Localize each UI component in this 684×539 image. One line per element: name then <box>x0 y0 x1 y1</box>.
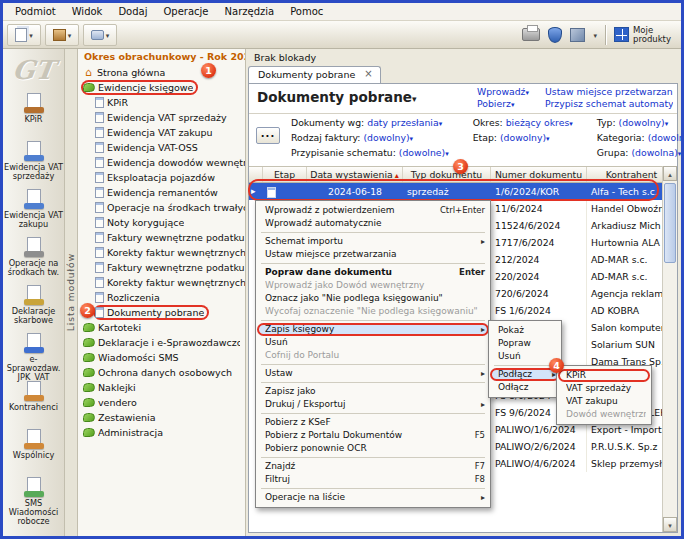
wprowadz-link[interactable]: Wprowadź <box>477 86 529 97</box>
tree-item-faktury-wewnętrzne-podatku-nale[interactable]: Faktury wewnętrzne podatku nale <box>93 230 246 245</box>
tab-dokumenty-pobrane[interactable]: Dokumenty pobrane × <box>248 66 381 83</box>
module-item-e-sprawozdaw-jpk-vat[interactable]: e-Sprawozdaw. JPK_VAT <box>3 331 64 379</box>
menu-item-filtruj[interactable]: FiltrujF8 <box>257 473 489 486</box>
more-filters-button[interactable]: ... <box>256 127 280 144</box>
przypisz-schemat-link[interactable]: Przypisz schemat automatyc <box>545 98 673 109</box>
tree-item-vendero[interactable]: vendero <box>81 395 142 410</box>
scroll-up-button[interactable] <box>663 166 677 181</box>
tree-item-wiadomości-sms[interactable]: Wiadomości SMS <box>81 350 184 365</box>
menu-item-oznacz-jako-nie-podlega-księgowaniu[interactable]: Oznacz jako "Nie podlega księgowaniu" <box>257 292 489 305</box>
my-products-button[interactable]: Moje produkty <box>614 26 675 44</box>
filter-grupa[interactable]: (dowolna) <box>631 147 677 158</box>
filter-rodzaj-faktury[interactable]: (dowolny) <box>363 132 409 143</box>
module-item-deklaracje-skarbowe[interactable]: Deklaracje skarbowe <box>3 283 64 331</box>
accounting-period-selector[interactable]: Okres obrachunkowy - Rok 2024 <box>78 49 245 65</box>
tree-item-administracja[interactable]: Administracja <box>81 425 168 440</box>
scrollbar-thumb[interactable] <box>664 183 676 263</box>
pobierz-link[interactable]: Pobierz <box>477 98 529 109</box>
ustaw-miejsce-link[interactable]: Ustaw miejsce przetwarzania <box>545 86 673 97</box>
tree-item-eksploatacja-pojazdów[interactable]: Eksploatacja pojazdów <box>93 170 220 185</box>
filter-kategoria[interactable]: (dowolna) <box>648 132 684 143</box>
menubar-item-dodaj[interactable]: Dodaj <box>110 4 155 19</box>
vertical-scrollbar[interactable] <box>662 166 677 532</box>
module-item-kpir[interactable]: KPiR <box>3 91 64 139</box>
close-icon[interactable]: × <box>364 69 372 79</box>
column-header-etap[interactable]: Etap <box>263 167 307 182</box>
column-header-data-wystawienia[interactable]: Data wystawienia <box>307 167 403 182</box>
menubar-item-operacje[interactable]: Operacje <box>155 4 216 19</box>
scroll-down-button[interactable] <box>663 517 677 532</box>
menu-item-wprowadź-z-potwierdzeniem[interactable]: Wprowadź z potwierdzeniemCtrl+Enter <box>257 204 489 217</box>
menu-item-pobierz-z-ksef[interactable]: Pobierz z KSeF <box>257 416 489 429</box>
tree-item-ochrona-danych-osobowych[interactable]: Ochrona danych osobowych <box>81 365 237 380</box>
toolbar-button-documents[interactable] <box>7 24 41 46</box>
menu-item-drukuj-eksportuj[interactable]: Drukuj / Eksportuj <box>257 398 489 411</box>
filter-etap[interactable]: (dowolny) <box>500 132 546 143</box>
tree-item-strona-główna[interactable]: Strona główna <box>81 65 170 80</box>
package-icon[interactable] <box>570 28 585 42</box>
submenu-item-popraw[interactable]: Popraw <box>490 337 560 350</box>
shield-icon[interactable] <box>548 27 562 43</box>
menu-item-znajdź[interactable]: ZnajdźF7 <box>257 460 489 473</box>
printer-icon[interactable] <box>522 28 540 41</box>
tree-item-ewidencja-remanentów[interactable]: Ewidencja remanentów <box>93 185 223 200</box>
module-item-ewidencja-vat-sprzedaży[interactable]: Ewidencja VAT sprzedaży <box>3 139 64 187</box>
tree-item-faktury-wewnętrzne-podatku-nali[interactable]: Faktury wewnętrzne podatku nali <box>93 260 246 275</box>
submenu2-item-vat-sprzedaży[interactable]: VAT sprzedaży <box>558 382 650 395</box>
tree-item-operacje-na-środkach-trwałych[interactable]: Operacje na środkach trwałych <box>93 200 246 215</box>
module-item-wspólnicy[interactable]: Wspólnicy <box>3 427 64 475</box>
tree-item-ewidencja-vat-oss[interactable]: Ewidencja VAT-OSS <box>93 140 203 155</box>
module-item-operacje-na-środkach-tw[interactable]: Operacje na środkach tw. <box>3 235 64 283</box>
module-item-sms-wiadomości-robocze[interactable]: SMS Wiadomości robocze <box>3 475 64 523</box>
table-row-1[interactable]: 2024-06-18sprzedaż1/6/2024/KORAlfa - Tec… <box>249 183 677 200</box>
tree-item-ewidencja-dowodów-wewnętrznych[interactable]: Ewidencja dowodów wewnętrznych <box>93 155 246 170</box>
menu-item-wprowadź-automatycznie[interactable]: Wprowadź automatycznie <box>257 217 489 230</box>
menu-item-schemat-importu[interactable]: Schemat importu <box>257 235 489 248</box>
tree-item-kartoteki[interactable]: Kartoteki <box>81 320 146 335</box>
menu-item-zapisz-jako[interactable]: Zapisz jako <box>257 385 489 398</box>
filter-przypisanie-schematu[interactable]: (dowolne) <box>399 147 445 158</box>
menu-item-pobierz-z-portalu-dokumentów[interactable]: Pobierz z Portalu DokumentówF5 <box>257 429 489 442</box>
module-list-strip[interactable]: Lista modułów <box>65 49 78 536</box>
chevron-down-icon[interactable] <box>412 93 417 104</box>
tree-item-ewidencja-vat-sprzedaży[interactable]: Ewidencja VAT sprzedaży <box>93 110 232 125</box>
chevron-down-icon <box>29 29 33 40</box>
tree-item-korekty-faktur-wewnętrznych-po[interactable]: Korekty faktur wewnętrznych po <box>93 275 246 290</box>
submenu2-item-vat-zakupu[interactable]: VAT zakupu <box>558 395 650 408</box>
tree-item-naklejki[interactable]: Naklejki <box>81 380 141 395</box>
filter-dokumenty-wg[interactable]: daty przesłania <box>367 117 438 128</box>
menu-item-usuń[interactable]: Usuń <box>257 336 489 349</box>
tree-item-zestawienia[interactable]: Zestawienia <box>81 410 161 425</box>
menu-item-popraw-dane-dokumentu[interactable]: Popraw dane dokumentuEnter <box>257 266 489 279</box>
menu-item-pobierz-ponownie-ocr[interactable]: Pobierz ponownie OCR <box>257 442 489 455</box>
menu-item-operacje-na-liście[interactable]: Operacje na liście <box>257 491 489 504</box>
menu-item-ustaw[interactable]: Ustaw <box>257 367 489 380</box>
tree-item-noty-korygujące[interactable]: Noty korygujące <box>93 215 189 230</box>
menu-item-ustaw-miejsce-przetwarzania[interactable]: Ustaw miejsce przetwarzania <box>257 248 489 261</box>
menubar-item-podmiot[interactable]: Podmiot <box>7 4 64 19</box>
tree-item-ewidencje-księgowe[interactable]: Ewidencje księgowe <box>81 80 198 95</box>
chevron-down-icon[interactable] <box>593 29 597 40</box>
tree-item-deklaracje-i-e-sprawozdawczość[interactable]: Deklaracje i e-Sprawozdawczość <box>81 335 245 350</box>
module-item-ewidencja-vat-zakupu[interactable]: Ewidencja VAT zakupu <box>3 187 64 235</box>
submenu-item-odłącz[interactable]: Odłącz <box>490 381 560 394</box>
tree-item-rozliczenia[interactable]: Rozliczenia <box>93 290 165 305</box>
tree-list: Strona głównaEwidencje księgoweKPiREwide… <box>78 65 245 440</box>
tree-item-dokumenty-pobrane[interactable]: Dokumenty pobrane <box>93 305 209 320</box>
column-header-typ-dokumentu[interactable]: Typ dokumentu <box>403 167 491 182</box>
menubar-item-widok[interactable]: Widok <box>64 4 111 19</box>
toolbar-button-print[interactable] <box>83 24 117 46</box>
filter-typ[interactable]: (dowolny) <box>619 117 665 128</box>
module-item-kontrahenci[interactable]: Kontrahenci <box>3 379 64 427</box>
tree-item-ewidencja-vat-zakupu[interactable]: Ewidencja VAT zakupu <box>93 125 218 140</box>
submenu2-item-kpir[interactable]: KPiR <box>558 369 650 382</box>
menu-item-zapis-księgowy[interactable]: Zapis księgowy <box>257 323 489 336</box>
submenu-item-pokaż[interactable]: Pokaż <box>490 324 560 337</box>
menubar-item-pomoc[interactable]: Pomoc <box>282 4 331 19</box>
tree-item-kpir[interactable]: KPiR <box>93 95 133 110</box>
filter-okres[interactable]: bieżący okres <box>506 117 570 128</box>
tree-item-korekty-faktur-wewnętrznych-pod[interactable]: Korekty faktur wewnętrznych pod <box>93 245 246 260</box>
toolbar-button-ledger[interactable] <box>45 24 79 46</box>
column-header-numer-dokumentu[interactable]: Numer dokumentu <box>491 167 587 182</box>
menubar-item-narzędzia[interactable]: Narzędzia <box>217 4 283 19</box>
